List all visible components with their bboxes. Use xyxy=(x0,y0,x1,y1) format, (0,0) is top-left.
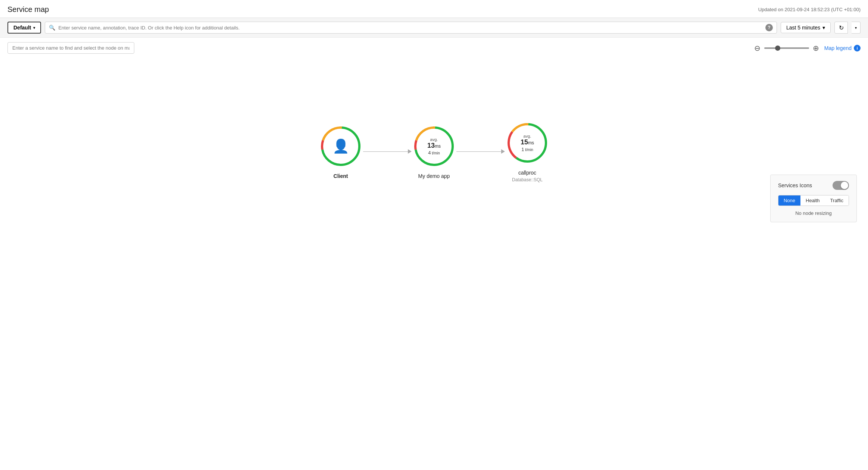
client-node-inner: 👤 xyxy=(332,138,349,154)
connector-line-1 xyxy=(363,151,408,152)
service-node-client[interactable]: 👤 Client xyxy=(318,124,363,179)
demo-tmin-value: 4 t/min xyxy=(428,150,440,155)
zoom-slider-track xyxy=(764,47,809,49)
callproc-label: callproc xyxy=(518,170,536,176)
node-color-group: None Health Traffic xyxy=(778,195,849,206)
callproc-node-inner: avg. 15ms 1 t/min xyxy=(521,134,534,152)
search-container: 🔍 ? xyxy=(45,22,777,34)
toolbar: Default ▾ 🔍 ? Last 5 minutes ▾ ↻ ▾ xyxy=(0,18,868,38)
map-legend-label: Map legend xyxy=(824,45,852,51)
map-canvas: 👤 Client xyxy=(0,58,868,245)
traffic-button[interactable]: Traffic xyxy=(825,195,849,206)
zoom-out-button[interactable]: ⊖ xyxy=(754,44,761,53)
connector-arrow-1 xyxy=(408,149,412,154)
no-resize-label: No node resizing xyxy=(778,210,849,216)
services-icons-label: Services Icons xyxy=(778,182,812,188)
chevron-down-icon: ▾ xyxy=(33,26,35,30)
toggle-knob xyxy=(841,182,848,189)
search-icon: 🔍 xyxy=(49,25,55,31)
update-time: Updated on 2021-09-24 18:52:23 (UTC +01:… xyxy=(758,7,861,12)
node-circle-callproc: avg. 15ms 1 t/min xyxy=(505,120,550,165)
main-content: 👤 Client xyxy=(0,58,868,245)
zoom-slider[interactable] xyxy=(764,47,809,49)
time-selector-button[interactable]: Last 5 minutes ▾ xyxy=(781,22,831,33)
demo-ms-value: 13ms xyxy=(427,142,441,150)
page-header: Service map Updated on 2021-09-24 18:52:… xyxy=(0,0,868,18)
health-button[interactable]: Health xyxy=(800,195,825,206)
time-chevron-icon: ▾ xyxy=(822,25,825,31)
default-label: Default xyxy=(13,25,31,31)
time-selector-label: Last 5 minutes xyxy=(786,25,820,31)
node-circle-client: 👤 xyxy=(318,124,363,169)
callproc-avg-label: avg. xyxy=(524,134,531,138)
client-icon: 👤 xyxy=(332,138,349,154)
help-icon[interactable]: ? xyxy=(765,24,773,31)
default-button[interactable]: Default ▾ xyxy=(7,22,41,34)
page-title: Service map xyxy=(7,5,49,14)
connector-line-2 xyxy=(456,151,501,152)
service-node-demo-app[interactable]: avg. 13ms 4 t/min My demo app xyxy=(412,124,456,179)
legend-panel: Services Icons None Health Traffic No no… xyxy=(770,175,857,222)
connector-2 xyxy=(456,149,505,154)
services-icons-row: Services Icons xyxy=(778,181,849,190)
connector-1 xyxy=(363,149,412,154)
demo-app-node-inner: avg. 13ms 4 t/min xyxy=(427,137,441,156)
services-icons-toggle[interactable] xyxy=(833,181,849,190)
refresh-dropdown-button[interactable]: ▾ xyxy=(852,22,861,34)
demo-avg-label: avg. xyxy=(430,137,438,142)
map-legend-button[interactable]: Map legend i xyxy=(824,45,861,51)
callproc-sublabel: Database::SQL xyxy=(512,177,543,182)
refresh-button[interactable]: ↻ xyxy=(834,22,848,34)
none-button[interactable]: None xyxy=(778,195,800,206)
connector-arrow-2 xyxy=(501,149,505,154)
map-controls: ⊖ ⊕ Map legend i xyxy=(0,38,868,58)
zoom-slider-thumb xyxy=(775,46,780,51)
service-node-callproc[interactable]: avg. 15ms 1 t/min callproc Database::SQL xyxy=(505,120,550,182)
demo-app-label: My demo app xyxy=(418,173,450,179)
search-input[interactable] xyxy=(58,25,762,31)
client-label: Client xyxy=(334,173,348,179)
zoom-controls: ⊖ ⊕ xyxy=(754,44,819,53)
node-search-input[interactable] xyxy=(7,42,134,54)
info-icon: i xyxy=(854,45,861,51)
zoom-in-button[interactable]: ⊕ xyxy=(813,44,819,53)
node-circle-demo-app: avg. 13ms 4 t/min xyxy=(412,124,456,169)
callproc-tmin-value: 1 t/min xyxy=(521,146,533,152)
callproc-ms-value: 15ms xyxy=(521,138,534,147)
nodes-container: 👤 Client xyxy=(318,120,550,182)
